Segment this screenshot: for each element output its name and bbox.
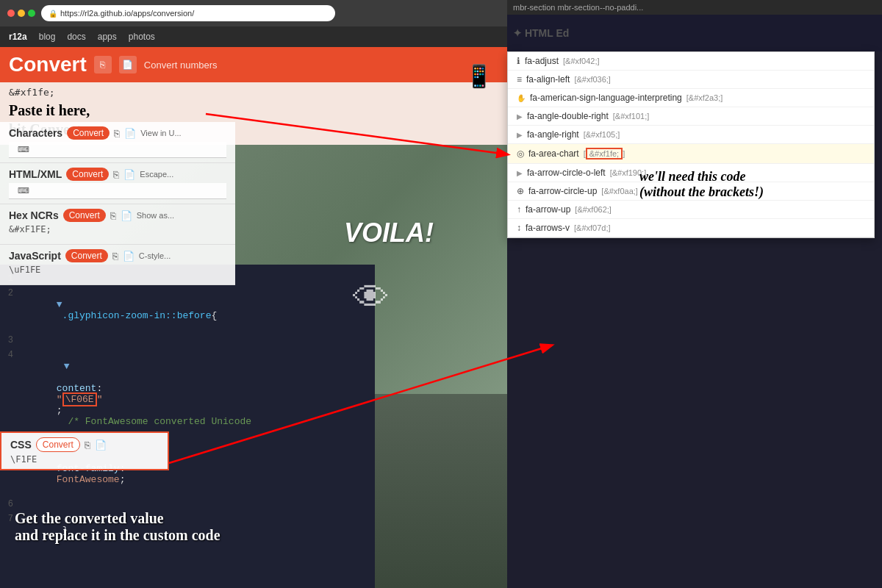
expand-arrow-icon-2: ▶ (517, 131, 523, 139)
hexncrs-copy-btn[interactable]: ⎘ (110, 210, 116, 221)
css-file-btn[interactable]: 📄 (95, 440, 107, 451)
hexncrs-convert-btn[interactable]: Convert (63, 209, 106, 222)
characters-copy-btn[interactable]: ⎘ (114, 128, 120, 139)
annotation-code: we'll need this code (without the bracke… (639, 169, 764, 200)
nav-photos[interactable]: photos (129, 32, 155, 42)
nav-bar: r12a blog docs apps photos (0, 26, 507, 47)
fa-asl-icon: ✋ (517, 94, 526, 102)
convert-main-title: Convert (9, 53, 87, 76)
convert-header: Convert ⎘ 📄 Convert numbers (0, 47, 507, 82)
nav-docs[interactable]: docs (67, 32, 85, 42)
fa-arrow-circle-up-name: fa-arrow-circle-up (528, 186, 597, 196)
line-num-2: 2 (0, 288, 22, 298)
url-text: https://rl2a.github.io/apps/conversion/ (60, 9, 194, 18)
convert-description: Convert numbers (144, 60, 218, 71)
fa-arrow-circle-up-icon: ⊕ (517, 186, 524, 196)
html-convert-btn[interactable]: Convert (66, 168, 109, 181)
line-num-4: 4 (0, 350, 22, 360)
fa-align-left-name: fa-align-left (526, 74, 570, 85)
characters-kbd: ⌨ (9, 142, 226, 158)
conv-row-js: JavaScript Convert ⎘ 📄 C-style... \uF1FE (0, 245, 235, 285)
expand-arrow-icon-3: ▶ (517, 169, 523, 177)
window-controls (7, 10, 35, 17)
fa-arrows-v-code: [&#xf07d;] (574, 223, 611, 232)
characters-file-btn[interactable]: 📄 (124, 128, 136, 139)
fa-arrow-circle-up-code: [&#xf0aa;] (601, 187, 638, 196)
css-value: \F1FE (10, 454, 159, 465)
convert-input[interactable] (9, 87, 133, 98)
hexncrs-show-btn[interactable]: Show as... (137, 211, 174, 220)
copy-icon-btn[interactable]: ⎘ (94, 56, 112, 74)
html-kbd: ⌨ (9, 183, 226, 199)
html-escape-btn[interactable]: Escape... (140, 170, 173, 179)
dropdown-item-fa-asl[interactable]: ✋ fa-american-sign-language-interpreting… (508, 89, 874, 107)
css-copy-btn[interactable]: ⎘ (85, 440, 90, 451)
characters-convert-btn[interactable]: Convert (67, 126, 110, 140)
css-row-highlight: CSS Convert ⎘ 📄 \F1FE (0, 431, 169, 470)
characters-label: Characters (9, 127, 62, 139)
lock-icon: 🔒 (49, 10, 57, 18)
js-value: \uF1FE (9, 265, 226, 275)
fa-angle-right-name: fa-angle-right (527, 129, 579, 140)
dropdown-item-fa-adjust[interactable]: ℹ fa-adjust [&#xf042;] (508, 52, 874, 71)
line-content-4: ▼ content: "\F06E" ; /* FontAwesome conv… (22, 350, 375, 438)
html-copy-btn[interactable]: ⎘ (113, 169, 119, 180)
code-line-2: 2 ▼ .glyphicon-zoom-in::before{ (0, 287, 375, 334)
conv-row-html: HTML/XML Convert ⎘ 📄 Escape... ⌨ (0, 163, 235, 204)
nav-blog[interactable]: blog (39, 32, 56, 42)
bottom-text: Get the converted value and replace it i… (15, 510, 220, 544)
selector-text: .glyphicon-zoom-in::before (57, 310, 212, 321)
fa-arrow-up-icon: ↑ (517, 204, 521, 215)
fa-adjust-icon: ℹ (517, 56, 520, 66)
eye-icon: 👁 (353, 276, 390, 319)
dropdown-item-fa-angle-dbl-right[interactable]: ▶ fa-angle-double-right [&#xf101;] (508, 107, 874, 126)
html-editor-text: ✦ HTML Ed (507, 15, 882, 51)
dropdown-item-fa-arrows-v[interactable]: ↕ fa-arrows-v [&#xf07d;] (508, 219, 874, 237)
fa-arrows-v-icon: ↕ (517, 223, 521, 233)
line-content-2: ▼ .glyphicon-zoom-in::before{ (22, 288, 375, 332)
fa-align-left-icon: ≡ (517, 74, 522, 85)
url-bar[interactable]: 🔒 https://rl2a.github.io/apps/conversion… (41, 5, 335, 21)
mbr-text: mbr-section mbr-section--no-paddi... (507, 0, 882, 15)
nav-apps[interactable]: apps (98, 32, 117, 42)
close-dot[interactable] (7, 10, 15, 17)
line-num-3: 3 (0, 335, 22, 345)
fa-angle-dbl-right-code: [&#xf101;] (613, 112, 650, 121)
hexncrs-value: &#xF1FE; (9, 224, 226, 234)
js-file-btn[interactable]: 📄 (123, 251, 135, 262)
code-line-3: 3 (0, 334, 375, 348)
site-title: r12a (9, 32, 27, 42)
conv-row-hexncrs: Hex NCRs Convert ⎘ 📄 Show as... &#xF1FE; (0, 204, 235, 245)
css-label: CSS (10, 439, 32, 451)
js-cstyle-btn[interactable]: C-style... (139, 251, 171, 260)
dropdown-item-fa-angle-right[interactable]: ▶ fa-angle-right [&#xf105;] (508, 126, 874, 144)
fa-area-chart-icon: ◎ (517, 148, 524, 159)
fa-arrows-v-name: fa-arrows-v (526, 223, 570, 233)
dropdown-item-fa-align-left[interactable]: ≡ fa-align-left [&#xf036;] (508, 71, 874, 89)
fa-angle-right-code: [&#xf105;] (584, 130, 620, 139)
fa-area-chart-code: [&#xf1fe;] (584, 148, 625, 159)
code-line-4: 4 ▼ content: "\F06E" ; /* FontAwesome co… (0, 348, 375, 440)
hexncrs-file-btn[interactable]: 📄 (121, 210, 132, 221)
fa-area-chart-name: fa-area-chart (528, 148, 579, 159)
js-convert-btn[interactable]: Convert (65, 249, 108, 262)
html-file-btn[interactable]: 📄 (123, 169, 135, 180)
conversion-rows: Characters Convert ⎘ 📄 View in U... ⌨ HT… (0, 122, 235, 285)
hexncrs-label: Hex NCRs (9, 209, 59, 221)
html-label: HTML/XML (9, 168, 62, 180)
fa-align-left-code: [&#xf036;] (574, 75, 611, 84)
fa-angle-dbl-right-name: fa-angle-double-right (527, 111, 609, 121)
dropdown-item-fa-arrow-up[interactable]: ↑ fa-arrow-up [&#xf062;] (508, 201, 874, 219)
file-icon-btn[interactable]: 📄 (119, 56, 137, 74)
dropdown-item-fa-area-chart[interactable]: ◎ fa-area-chart [&#xf1fe;] (508, 144, 874, 164)
maximize-dot[interactable] (28, 10, 35, 17)
fa-arrow-up-name: fa-arrow-up (526, 204, 570, 215)
characters-view-btn[interactable]: View in U... (140, 129, 181, 137)
js-copy-btn[interactable]: ⎘ (112, 251, 118, 262)
fa-asl-name: fa-american-sign-language-interpreting (530, 93, 682, 103)
fa-adjust-name: fa-adjust (525, 56, 559, 66)
highlight-code: &#xf1fe; (586, 148, 623, 159)
minimize-dot[interactable] (18, 10, 25, 17)
fa-arrow-circle-o-name: fa-arrow-circle-o-left (527, 168, 606, 178)
css-convert-btn[interactable]: Convert (36, 437, 80, 452)
